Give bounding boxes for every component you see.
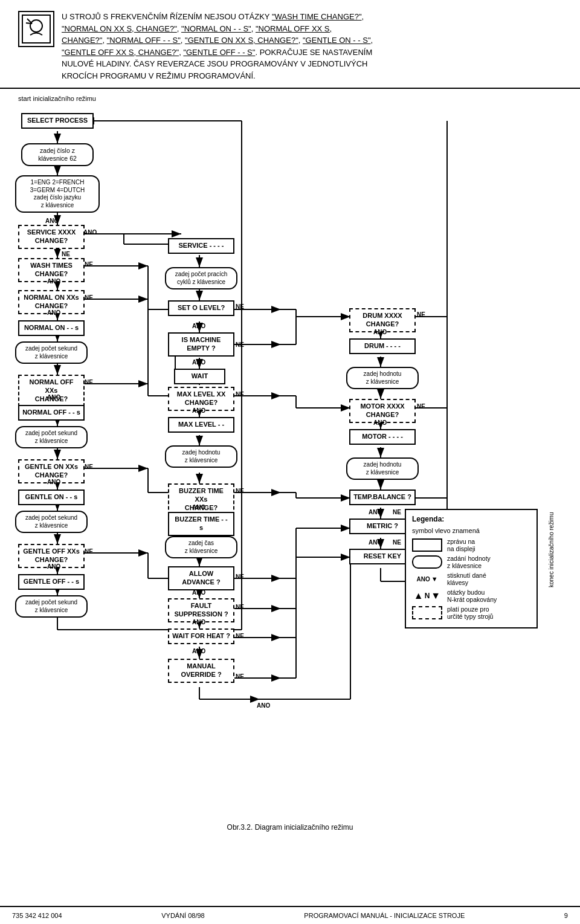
ne-normal-off: NE [85, 379, 93, 386]
header-line1: U STROJŮ S FREKVENČNÍM ŘÍZENÍM NEJSOU OT… [62, 11, 562, 23]
normal-on-s-node: NORMAL ON - - s [18, 320, 85, 336]
ano-drum: ANO [373, 329, 387, 335]
ano-label-2: ANO [83, 229, 97, 236]
caption: Obr.3.2. Diagram inicializačního režimu [12, 823, 568, 832]
ne-drum: NE [417, 311, 425, 318]
gentle-on-s-node: GENTLE ON - - s [18, 489, 85, 505]
svg-rect-0 [22, 15, 50, 43]
footer-right: 9 [564, 912, 568, 919]
ano-buzzer: ANO [192, 504, 205, 511]
zadej-sekund-4-node: zadej počet sekundz klávesnice [15, 595, 88, 618]
header-line5: NULOVÉ HLADINY. ČASY REVERZACE JSOU PROG… [62, 58, 562, 70]
zadej-sekund-3-node: zadej počet sekundz klávesnice [15, 511, 88, 533]
ano-allow: ANO [192, 589, 205, 596]
max-level-dashes-node: MAX LEVEL - - [168, 417, 234, 433]
legend-text-dashed: platí pouze prourčité typy strojů [447, 606, 493, 620]
konec-label: konec inicializačního režimu [548, 225, 555, 587]
legend-symbol-ano: ANO ▼ [412, 575, 442, 583]
lang-node: 1=ENG 2=FRENCH3=GERM 4=DUTCHzadej číslo … [15, 175, 100, 213]
legend-subtitle: symbol vlevo znamená [412, 527, 530, 534]
legend-row-n: ▲ N ▼ otázky budouN-krát opakovány [412, 589, 530, 603]
legend-row-rounded: zadání hodnotyz klávesnice [412, 555, 530, 569]
legend-symbol-dashed [412, 606, 442, 619]
ano-max-level: ANO [192, 407, 205, 414]
diagram-area: start inicializačního režimu [0, 89, 580, 853]
header-line3: CHANGE?", "NORMAL OFF - - S", "GENTLE ON… [62, 34, 562, 47]
zadej-cislo-62-node: zadej číslo z klávesnice 62 [21, 143, 94, 166]
ne-set-o-level: NE [236, 303, 244, 310]
ano-fault: ANO [192, 619, 205, 625]
zadej-hodnotu-1-node: zadej hodnotuz klávesnice [165, 445, 237, 468]
legend-text-n: otázky budouN-krát opakovány [447, 589, 497, 603]
service-dashes-node: SERVICE - - - - [168, 238, 234, 254]
ne-buzzer: NE [236, 488, 244, 494]
ne-normal-on: NE [85, 294, 93, 301]
is-machine-empty-node: IS MACHINEEMPTY ? [168, 332, 234, 357]
zadej-pracich-node: zadej počet pracíchcyklů z klávesnice [165, 267, 237, 289]
zadej-cas-node: zadej časz klávesnice [165, 536, 237, 558]
ne-gentle-on: NE [85, 464, 93, 470]
ne-motor: NE [417, 403, 425, 410]
gentle-off-s-node: GENTLE OFF - - s [18, 574, 85, 590]
wait-node: WAIT [174, 369, 225, 384]
zadej-sekund-1-node: zadej počet sekundz klávesnice [15, 341, 88, 364]
manual-override-node: MANUALOVERRIDE ? [168, 659, 234, 683]
ano-wait-heat: ANO [192, 648, 205, 654]
flow-diagram: SELECT PROCESS zadej číslo z klávesnice … [12, 104, 556, 817]
allow-advance-node: ALLOWADVANCE ? [168, 566, 234, 590]
buzzer-time-s-node: BUZZER TIME - - s [168, 512, 234, 536]
zadej-sekund-2-node: zadej počet sekundz klávesnice [15, 426, 88, 448]
ne-wait-heat: NE [236, 633, 244, 639]
logo [18, 11, 54, 47]
footer-left: 735 342 412 004 [12, 912, 62, 919]
ano-temp: ANO [369, 509, 382, 515]
legend-row-rect: zprávu nana displeji [412, 538, 530, 552]
legend-text-ano: stisknutí danéklávesy [447, 572, 486, 586]
drum-dashes-node: DRUM - - - - [349, 338, 416, 354]
page-container: U STROJŮ S FREKVENČNÍM ŘÍZENÍM NEJSOU OT… [0, 0, 580, 924]
header-line6: KROCÍCH PROGRAMU V REŽIMU PROGRAMOVÁNÍ. [62, 70, 562, 82]
ne-manual: NE [236, 673, 244, 680]
legend-row-ano: ANO ▼ stisknutí danéklávesy [412, 572, 530, 586]
ano-gentle-off: ANO [47, 563, 60, 570]
ne-wash: NE [85, 261, 93, 268]
svg-line-3 [26, 23, 32, 24]
legend-symbol-n: ▲ N ▼ [412, 590, 442, 601]
legend-text-rect: zprávu nana displeji [447, 538, 475, 552]
zadej-hodnotu-motor-node: zadej hodnotuz klávesnice [346, 457, 419, 480]
ano-wash: ANO [47, 278, 60, 285]
ano-normal-on: ANO [47, 309, 60, 316]
ne-metric: NE [393, 539, 401, 546]
normal-off-s-node: NORMAL OFF - - s [18, 405, 85, 421]
ne-is-machine: NE [236, 341, 244, 348]
footer-middle: PROGRAMOVACÍ MANUÁL - INICIALIZACE STROJ… [304, 912, 465, 919]
ano-label-1: ANO [45, 218, 59, 224]
ano-motor: ANO [373, 419, 387, 426]
start-label: start inicializačního režimu [18, 95, 568, 102]
header-line4: "GENTLE OFF XX S, CHANGE?", "GENTLE OFF … [62, 47, 562, 59]
ne-allow: NE [236, 573, 244, 580]
motor-dashes-node: MOTOR - - - - [349, 429, 416, 445]
svg-point-1 [30, 20, 42, 32]
header-line2: "NORMAL ON XX S, CHANGE?", "NORMAL ON - … [62, 23, 562, 35]
ano-manual: ANO [257, 702, 270, 709]
legend-box: Legenda: symbol vlevo znamená zprávu nan… [405, 509, 538, 628]
ne-fault: NE [236, 604, 244, 610]
select-process-node: SELECT PROCESS [21, 113, 94, 129]
ano-normal-off: ANO [47, 394, 60, 401]
legend-title: Legenda: [412, 515, 530, 523]
ne-label-1: NE [62, 251, 70, 257]
legend-symbol-rounded [412, 555, 442, 569]
temp-balance-node: TEMP.BALANCE ? [349, 489, 416, 505]
ne-temp: NE [393, 509, 401, 515]
zadej-hodnotu-drum-node: zadej hodnotuz klávesnice [346, 367, 419, 389]
ano-set-o-level: ANO [192, 323, 205, 329]
ne-max-level: NE [236, 391, 244, 398]
ano-metric: ANO [369, 539, 382, 546]
footer-middle-left: VYDÁNÍ 08/98 [161, 912, 205, 919]
legend-symbol-rect [412, 538, 442, 552]
set-o-level-node: SET O LEVEL? [168, 300, 234, 316]
buzzer-time-xxs-node: BUZZER TIME XXsCHANGE? [168, 483, 234, 515]
wait-for-heat-node: WAIT FOR HEAT ? [168, 628, 234, 644]
ne-gentle-off: NE [85, 548, 93, 555]
